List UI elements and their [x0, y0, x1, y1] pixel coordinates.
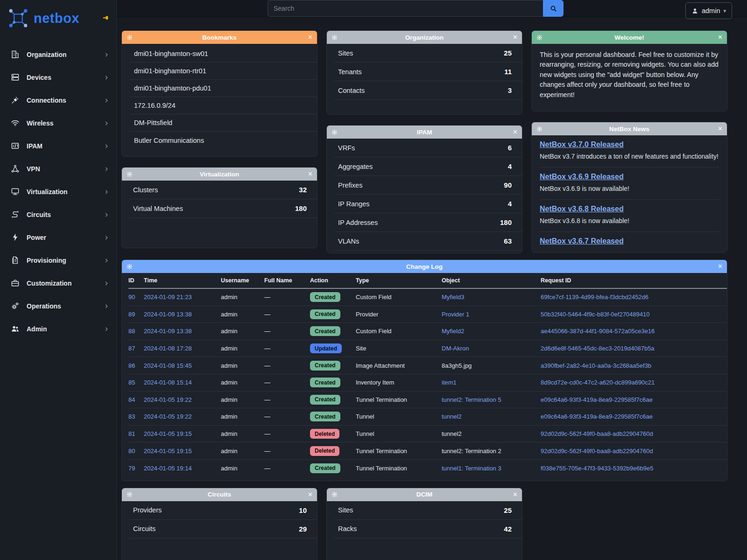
search-button[interactable] — [543, 0, 564, 17]
news-link[interactable]: NetBox v3.6.8 Released — [540, 205, 624, 213]
stat-row[interactable]: IP Addresses 180 — [334, 213, 522, 232]
stat-row[interactable]: Providers 10 — [129, 501, 317, 520]
changelog-id-link[interactable]: 85 — [128, 379, 144, 386]
sidebar-item-admin[interactable]: Admin › — [0, 317, 116, 340]
changelog-id-link[interactable]: 86 — [128, 362, 144, 369]
bookmark-item[interactable]: dmi01-binghamton-sw01 — [129, 45, 317, 63]
bookmark-item[interactable]: dmi01-binghamton-rtr01 — [129, 63, 317, 80]
changelog-id-link[interactable]: 90 — [128, 294, 144, 301]
widget-config-icon[interactable] — [536, 35, 543, 41]
stat-row[interactable]: Prefixes 90 — [334, 176, 522, 195]
widget-config-icon[interactable] — [331, 35, 338, 41]
changelog-object-link[interactable]: tunnel1: Termination 3 — [442, 465, 541, 472]
changelog-time-link[interactable]: 2024-01-09 13:38 — [144, 311, 221, 318]
changelog-request-id-link[interactable]: 92d02d9c-562f-49f0-baa8-adb22904760d — [541, 430, 727, 437]
stat-row[interactable]: Sites 25 — [334, 501, 522, 520]
changelog-time-link[interactable]: 2024-01-09 13:38 — [144, 328, 221, 335]
changelog-time-link[interactable]: 2024-01-08 15:14 — [144, 379, 221, 386]
widget-close-icon[interactable]: × — [513, 491, 517, 498]
changelog-id-link[interactable]: 83 — [128, 413, 144, 420]
changelog-request-id-link[interactable]: 69fce7cf-1139-4d99-bfea-f3dcbd2452d6 — [541, 294, 727, 301]
changelog-request-id-link[interactable]: 50b32f40-5464-4f9c-b83f-0ef270489410 — [541, 311, 727, 318]
changelog-object-link[interactable]: tunnel2: Termination 2 — [442, 448, 541, 455]
stat-row[interactable]: Tenants 11 — [334, 63, 522, 81]
search-input[interactable] — [268, 0, 543, 17]
changelog-object-link[interactable]: Provider 1 — [442, 311, 541, 318]
widget-close-icon[interactable]: × — [308, 491, 312, 498]
changelog-object-link[interactable]: tunnel2 — [442, 430, 541, 437]
changelog-request-id-link[interactable]: e09c64a6-93f3-419a-8ea9-229585f7c6ae — [541, 396, 727, 403]
sidebar-item-organization[interactable]: Organization › — [0, 43, 116, 66]
widget-close-icon[interactable]: × — [308, 170, 312, 178]
sidebar-item-operations[interactable]: Operations › — [0, 294, 116, 317]
changelog-id-link[interactable]: 80 — [128, 448, 144, 455]
sidebar-item-connections[interactable]: Connections › — [0, 89, 116, 112]
changelog-object-link[interactable]: tunnel2 — [442, 413, 541, 420]
widget-config-icon[interactable] — [331, 129, 338, 135]
sidebar-item-ipam[interactable]: IPAM › — [0, 134, 116, 157]
changelog-time-link[interactable]: 2024-01-05 19:15 — [144, 448, 221, 455]
bookmark-item[interactable]: DM-Pittsfield — [129, 114, 317, 132]
changelog-request-id-link[interactable]: e09c64a6-93f3-419a-8ea9-229585f7c6ae — [541, 413, 727, 420]
sidebar-item-virtualization[interactable]: Virtualization › — [0, 180, 116, 203]
sidebar-item-provisioning[interactable]: Provisioning › — [0, 249, 116, 272]
widget-close-icon[interactable]: × — [513, 34, 517, 41]
stat-row[interactable]: Racks 42 — [334, 520, 522, 539]
news-link[interactable]: NetBox v3.6.9 Released — [540, 173, 624, 181]
changelog-object-link[interactable]: 8a3gh5.jpg — [442, 362, 541, 369]
stat-row[interactable]: IP Ranges 4 — [334, 195, 522, 213]
stat-row[interactable]: Circuits 29 — [129, 520, 317, 539]
stat-row[interactable]: Sites 25 — [334, 44, 522, 63]
changelog-id-link[interactable]: 88 — [128, 328, 144, 335]
widget-close-icon[interactable]: × — [718, 34, 722, 41]
changelog-object-link[interactable]: item1 — [442, 379, 541, 386]
widget-close-icon[interactable]: × — [308, 34, 312, 41]
changelog-request-id-link[interactable]: a390fbef-2a82-4e10-aa0a-3c268aa5ef3b — [541, 362, 727, 369]
changelog-time-link[interactable]: 2024-01-08 17:28 — [144, 345, 221, 352]
changelog-time-link[interactable]: 2024-01-05 19:22 — [144, 396, 221, 403]
widget-config-icon[interactable] — [536, 126, 543, 132]
changelog-time-link[interactable]: 2024-01-08 15:45 — [144, 362, 221, 369]
bookmark-item[interactable]: dmi01-binghamton-pdu01 — [129, 80, 317, 97]
changelog-object-link[interactable]: tunnel2: Termination 5 — [442, 396, 541, 403]
bookmark-item[interactable]: Butler Communications — [129, 132, 317, 149]
changelog-request-id-link[interactable]: ae445066-387d-44f1-9084-572a05ce3e16 — [541, 328, 727, 335]
stat-row[interactable]: VLANs 63 — [334, 232, 522, 251]
stat-row[interactable]: Virtual Machines 180 — [129, 199, 317, 218]
sidebar-item-devices[interactable]: Devices › — [0, 66, 116, 89]
changelog-request-id-link[interactable]: 2d6d6e8f-5465-45dc-8ec3-2019d4087b5a — [541, 345, 727, 352]
sidebar-item-customization[interactable]: Customization › — [0, 272, 116, 294]
changelog-id-link[interactable]: 81 — [128, 430, 144, 437]
changelog-id-link[interactable]: 79 — [128, 465, 144, 472]
stat-row[interactable]: Clusters 32 — [129, 181, 317, 199]
changelog-object-link[interactable]: Myfield2 — [442, 328, 541, 335]
stat-row[interactable]: Aggregates 4 — [334, 157, 522, 176]
stat-row[interactable]: VRFs 6 — [334, 139, 522, 157]
changelog-time-link[interactable]: 2024-01-05 19:15 — [144, 430, 221, 437]
changelog-time-link[interactable]: 2024-01-05 19:14 — [144, 465, 221, 472]
changelog-request-id-link[interactable]: 8d9cd72e-cd0c-47c2-a620-dc899a690c21 — [541, 379, 727, 386]
sidebar-item-circuits[interactable]: Circuits › — [0, 203, 116, 226]
changelog-object-link[interactable]: DM-Akron — [442, 345, 541, 352]
widget-config-icon[interactable] — [127, 491, 133, 497]
sidebar-item-wireless[interactable]: Wireless › — [0, 112, 116, 134]
stat-row[interactable]: Contacts 3 — [334, 81, 522, 100]
widget-close-icon[interactable]: × — [718, 125, 722, 133]
changelog-request-id-link[interactable]: f038e755-705e-47f3-9433-5392b9e6b9e5 — [541, 465, 727, 472]
pin-sidebar-icon[interactable] — [102, 14, 110, 22]
sidebar-item-vpn[interactable]: VPN › — [0, 157, 116, 180]
news-link[interactable]: NetBox v3.6.7 Released — [540, 237, 624, 245]
changelog-id-link[interactable]: 89 — [128, 311, 144, 318]
widget-config-icon[interactable] — [127, 264, 133, 270]
widget-close-icon[interactable]: × — [513, 128, 517, 136]
bookmark-item[interactable]: 172.16.0.9/24 — [129, 97, 317, 114]
widget-config-icon[interactable] — [127, 35, 133, 41]
changelog-time-link[interactable]: 2024-01-09 21:23 — [144, 294, 221, 301]
changelog-time-link[interactable]: 2024-01-05 19:22 — [144, 413, 221, 420]
news-link[interactable]: NetBox v3.7.0 Released — [540, 140, 624, 148]
sidebar-item-power[interactable]: Power › — [0, 226, 116, 249]
changelog-object-link[interactable]: Myfield3 — [442, 294, 541, 301]
user-menu-button[interactable]: admin ▾ — [685, 2, 732, 19]
widget-config-icon[interactable] — [331, 491, 338, 497]
widget-close-icon[interactable]: × — [718, 263, 722, 270]
